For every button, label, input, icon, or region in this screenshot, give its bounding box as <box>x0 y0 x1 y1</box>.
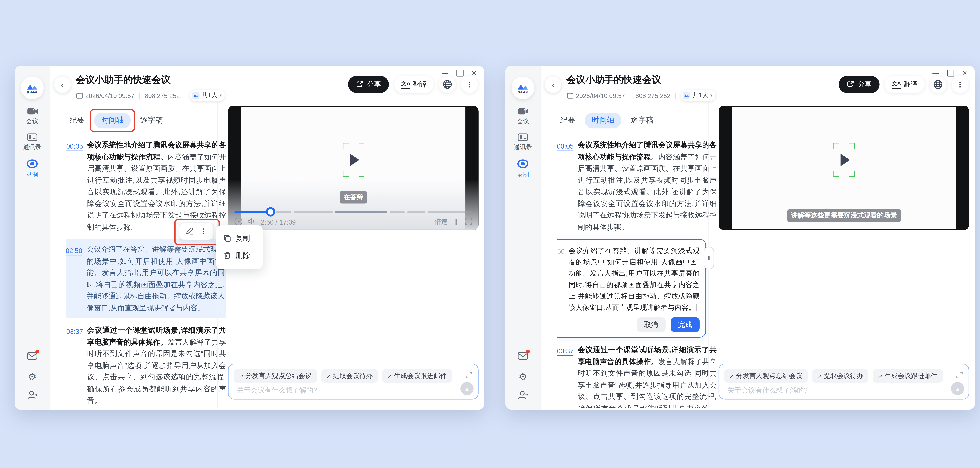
share-button[interactable]: 分享 <box>839 76 880 93</box>
ai-assistant-card: ↗分发言人观点总结会议 ↗提取会议待办 ↗生成会议跟进邮件 ▲ <box>228 364 479 399</box>
chip-summarize-by-speaker[interactable]: ↗分发言人观点总结会议 <box>234 369 317 383</box>
chapter-segment[interactable] <box>407 211 425 213</box>
participants-pill[interactable]: 共1人 ▾ <box>681 90 716 101</box>
more-menu-button[interactable]: ⋮ <box>461 76 478 93</box>
minimize-button[interactable]: — <box>932 70 939 76</box>
expand-icon[interactable] <box>465 370 472 381</box>
inbox-button[interactable] <box>27 351 37 362</box>
panel-resize-handle[interactable]: ‖ <box>703 246 714 269</box>
focus-corner <box>849 143 855 149</box>
desktop-background: 腾讯会议 会议 通讯录 录制 <box>0 0 980 468</box>
timestamp-link[interactable]: 03:37 <box>67 324 84 406</box>
share-icon <box>847 80 855 89</box>
expand-icon[interactable] <box>956 370 963 381</box>
meeting-title: 会议小助手的快速会议 <box>566 74 661 86</box>
close-button[interactable]: ✕ <box>471 70 477 76</box>
sidebar-item-meetings[interactable]: 会议 <box>517 107 529 126</box>
chip-extract-todos[interactable]: ↗提取会议待办 <box>321 369 378 383</box>
chapter-segment[interactable] <box>276 211 291 213</box>
subtitle-overlay: 在答辩 <box>340 191 367 204</box>
sidebar-item-recordings[interactable]: 录制 <box>517 160 529 179</box>
chapter-segment[interactable] <box>427 211 471 213</box>
timeline-paragraph-3[interactable]: 03:37 会议通过一个课堂试听场景,详细演示了共享电脑声音的具体操作。发言人解… <box>557 344 717 408</box>
menu-item-copy[interactable]: 复制 <box>216 230 263 247</box>
language-globe-button[interactable] <box>439 76 456 93</box>
chapter-segment[interactable] <box>389 211 405 213</box>
chip-followup-email[interactable]: ↗生成会议跟进邮件 <box>873 369 943 383</box>
editor-text[interactable]: 会议介绍了在答辩、讲解等需要沉浸式观看的场景中,如何开启和使用“人像画中画”功能… <box>568 245 700 313</box>
red-annotation-box <box>174 219 220 245</box>
tab-transcript[interactable]: 逐字稿 <box>139 113 164 128</box>
timestamp-link[interactable]: 00:05 <box>67 139 84 233</box>
maximize-button[interactable] <box>456 70 463 77</box>
playback-speed-button[interactable]: 倍速 <box>434 217 448 226</box>
chip-extract-todos[interactable]: ↗提取会议待办 <box>812 369 868 383</box>
tab-timeline-active[interactable]: 时间轴 <box>94 113 130 128</box>
share-button[interactable]: 分享 <box>348 76 389 93</box>
contacts-icon <box>27 133 37 142</box>
timestamp-link[interactable]: 02:50 <box>67 243 83 314</box>
inbox-button[interactable] <box>518 351 528 362</box>
more-menu-button[interactable]: ⋮ <box>951 76 969 93</box>
notification-badge <box>35 350 39 353</box>
sidebar-item-contacts[interactable]: 通讯录 <box>514 133 532 152</box>
profile-icon[interactable] <box>518 391 528 402</box>
sidebar-item-recordings[interactable]: 录制 <box>26 160 38 179</box>
chip-summarize-by-speaker[interactable]: ↗分发言人观点总结会议 <box>724 369 807 383</box>
tab-transcript[interactable]: 逐字稿 <box>630 113 655 128</box>
profile-icon[interactable] <box>27 391 37 402</box>
tencent-meeting-logo-icon[interactable]: 腾讯会议 <box>21 77 44 99</box>
player-more-icon[interactable]: ⋮ <box>453 218 460 226</box>
menu-item-delete[interactable]: 删除 <box>216 247 263 264</box>
calendar-icon <box>567 93 573 99</box>
timestamp-link[interactable]: 00:05 <box>557 139 575 233</box>
arrow-up-right-icon: ↗ <box>729 373 734 379</box>
timeline-paragraph-2-highlighted[interactable]: 02:50 会议介绍了在答辩、讲解等需要沉浸式观看的场景中,如何开启和使用“人像… <box>67 239 226 318</box>
play-overlay[interactable] <box>342 143 364 177</box>
participants-pill[interactable]: 共1人 ▾ <box>190 90 225 101</box>
progress-bar[interactable] <box>234 211 471 213</box>
ask-ai-input[interactable] <box>235 386 453 395</box>
maximize-button[interactable] <box>947 70 954 77</box>
back-button[interactable]: ‹ <box>545 77 561 93</box>
send-button[interactable]: ▲ <box>460 382 474 395</box>
sidebar-item-contacts[interactable]: 通讯录 <box>23 133 41 152</box>
video-player[interactable]: 在答辩 2:50 / 17:09 倍速 <box>228 106 479 230</box>
settings-gear-icon[interactable]: ⚙ <box>28 372 37 381</box>
chip-followup-email[interactable]: ↗生成会议跟进邮件 <box>382 369 452 383</box>
chapter-segment[interactable] <box>335 211 387 213</box>
ask-ai-input[interactable] <box>726 386 943 395</box>
tab-timeline-active[interactable]: 时间轴 <box>585 113 621 128</box>
arrow-up-right-icon: ↗ <box>878 373 883 379</box>
translate-button[interactable]: 文A 翻译 <box>885 76 924 93</box>
settings-gear-icon[interactable]: ⚙ <box>519 372 527 381</box>
language-globe-button[interactable] <box>929 76 947 93</box>
sidebar-item-meetings[interactable]: 会议 <box>26 107 38 126</box>
timeline-paragraph-3[interactable]: 03:37 会议通过一个课堂试听场景,详细演示了共享电脑声音的具体操作。发言人解… <box>67 324 226 406</box>
paragraph-text: 会议系统性地介绍了腾讯会议屏幕共享的各项核心功能与操作流程。内容涵盖了如何开启高… <box>578 139 717 233</box>
timestamp-link[interactable]: 03:37 <box>557 344 575 408</box>
progress-knob[interactable] <box>266 207 275 217</box>
timeline-panel[interactable]: 00:05 会议系统性地介绍了腾讯会议屏幕共享的各项核心功能与操作流程。内容涵盖… <box>557 139 717 408</box>
done-button[interactable]: 完成 <box>671 318 700 332</box>
tencent-meeting-logo-icon[interactable]: 腾讯会议 <box>511 77 534 99</box>
send-button[interactable]: ▲ <box>951 382 964 395</box>
play-overlay[interactable] <box>833 143 855 177</box>
cancel-button[interactable]: 取消 <box>636 318 666 332</box>
text-cursor <box>696 303 697 311</box>
tab-summary[interactable]: 纪要 <box>68 113 86 128</box>
arrow-up-right-icon: ↗ <box>239 373 243 379</box>
video-player[interactable]: 讲解等这些更需要沉浸式观看的场景 <box>719 106 969 230</box>
segment-editor[interactable]: 02:50 会议介绍了在答辩、讲解等需要沉浸式观看的场景中,如何开启和使用“人像… <box>557 239 706 338</box>
chapter-segment[interactable] <box>293 211 332 213</box>
minimize-button[interactable]: — <box>442 70 448 76</box>
tab-summary[interactable]: 纪要 <box>559 113 577 128</box>
close-button[interactable]: ✕ <box>962 70 967 76</box>
back-button[interactable]: ‹ <box>54 77 71 93</box>
timeline-paragraph-1[interactable]: 00:05 会议系统性地介绍了腾讯会议屏幕共享的各项核心功能与操作流程。内容涵盖… <box>557 139 717 233</box>
copy-icon <box>224 234 231 243</box>
translate-button[interactable]: 文A 翻译 <box>395 76 434 93</box>
timeline-panel[interactable]: 00:05 会议系统性地介绍了腾讯会议屏幕共享的各项核心功能与操作流程。内容涵盖… <box>67 139 226 408</box>
translate-label: 翻译 <box>904 80 918 89</box>
fullscreen-icon[interactable] <box>465 217 473 226</box>
